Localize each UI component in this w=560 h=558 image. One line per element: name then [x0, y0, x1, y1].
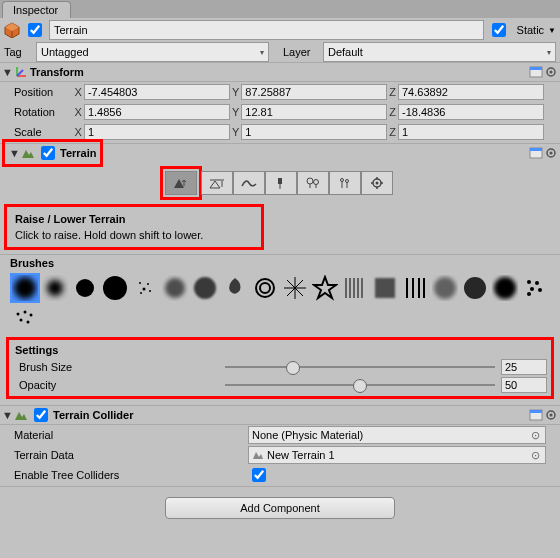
- tab-inspector[interactable]: Inspector: [2, 1, 71, 18]
- terrain-collider-icon: [14, 408, 28, 422]
- enable-tree-colliders-checkbox[interactable]: [252, 468, 266, 482]
- brush-item[interactable]: [250, 273, 280, 303]
- gameobject-active-checkbox[interactable]: [28, 23, 42, 37]
- static-dropdown-icon[interactable]: ▼: [548, 26, 556, 35]
- svg-point-43: [149, 290, 151, 292]
- brush-item[interactable]: [40, 273, 70, 303]
- material-field[interactable]: None (Physic Material) ⊙: [248, 426, 546, 444]
- scale-x-input[interactable]: [84, 124, 230, 140]
- svg-point-44: [140, 292, 142, 294]
- tool-paint-texture[interactable]: [265, 171, 297, 195]
- svg-rect-59: [375, 278, 395, 298]
- tool-paint-details[interactable]: [329, 171, 361, 195]
- opacity-slider[interactable]: [225, 384, 495, 386]
- opacity-input[interactable]: [501, 377, 547, 393]
- gameobject-name-input[interactable]: [49, 20, 484, 40]
- rotation-x-input[interactable]: [84, 104, 230, 120]
- brush-item[interactable]: [490, 273, 520, 303]
- brush-item[interactable]: [460, 273, 490, 303]
- collider-enabled-checkbox[interactable]: [34, 408, 48, 422]
- brush-item[interactable]: [190, 273, 220, 303]
- svg-point-70: [538, 288, 542, 292]
- terrain-foldout-icon[interactable]: ▼: [9, 147, 19, 159]
- tool-paint-height[interactable]: [201, 171, 233, 195]
- svg-point-40: [139, 282, 141, 284]
- object-picker-icon[interactable]: ⊙: [528, 429, 542, 442]
- brush-size-input[interactable]: [501, 359, 547, 375]
- svg-point-24: [314, 180, 319, 185]
- terrain-title: Terrain: [60, 147, 96, 159]
- rotation-z-input[interactable]: [398, 104, 544, 120]
- settings-label: Settings: [13, 342, 547, 358]
- collider-foldout-icon[interactable]: ▼: [2, 409, 12, 421]
- svg-point-73: [24, 311, 27, 314]
- svg-rect-79: [530, 410, 542, 413]
- transform-help-icon[interactable]: [529, 65, 543, 79]
- brush-item[interactable]: [130, 273, 160, 303]
- brush-item[interactable]: [310, 273, 340, 303]
- svg-marker-17: [210, 181, 220, 188]
- svg-point-47: [256, 279, 274, 297]
- svg-marker-53: [314, 277, 336, 298]
- add-component-button[interactable]: Add Component: [165, 497, 395, 519]
- svg-point-72: [17, 313, 20, 316]
- position-label: Position: [14, 86, 73, 98]
- material-label: Material: [14, 429, 244, 441]
- terrain-icon: [21, 146, 35, 160]
- svg-point-42: [143, 288, 146, 291]
- tool-terrain-settings[interactable]: [361, 171, 393, 195]
- brush-grid: [0, 271, 560, 335]
- static-checkbox[interactable]: [492, 23, 506, 37]
- transform-gear-icon[interactable]: [544, 65, 558, 79]
- terrain-enabled-checkbox[interactable]: [41, 146, 55, 160]
- svg-point-74: [30, 314, 33, 317]
- tool-raise-lower[interactable]: [165, 171, 197, 195]
- brush-item[interactable]: [280, 273, 310, 303]
- object-picker-icon[interactable]: ⊙: [528, 449, 542, 462]
- position-y-input[interactable]: [241, 84, 387, 100]
- tool-smooth-height[interactable]: [233, 171, 265, 195]
- highlight-raise-lower-tool: [160, 166, 202, 200]
- brush-item[interactable]: [10, 273, 40, 303]
- collider-gear-icon[interactable]: [544, 408, 558, 422]
- brush-item[interactable]: [220, 273, 250, 303]
- scale-z-input[interactable]: [398, 124, 544, 140]
- brush-item[interactable]: [160, 273, 190, 303]
- svg-point-68: [535, 281, 539, 285]
- svg-point-46: [194, 277, 216, 299]
- rotation-y-input[interactable]: [241, 104, 387, 120]
- scale-label: Scale: [14, 126, 73, 138]
- terrain-data-field[interactable]: New Terrain 1 ⊙: [248, 446, 546, 464]
- terrain-gear-icon[interactable]: [544, 146, 558, 160]
- brush-size-label: Brush Size: [13, 361, 219, 373]
- brush-item[interactable]: [100, 273, 130, 303]
- brush-item[interactable]: [520, 273, 550, 303]
- layer-dropdown[interactable]: Default▾: [323, 42, 556, 62]
- brush-item[interactable]: [430, 273, 460, 303]
- svg-point-22: [307, 178, 313, 184]
- svg-point-75: [20, 319, 23, 322]
- position-x-input[interactable]: [84, 84, 230, 100]
- collider-help-icon[interactable]: [529, 408, 543, 422]
- tag-label: Tag: [4, 46, 30, 58]
- position-z-input[interactable]: [398, 84, 544, 100]
- axis-y-label: Y: [232, 86, 239, 98]
- highlight-settings: Settings Brush Size Opacity: [6, 337, 554, 399]
- tool-place-trees[interactable]: [297, 171, 329, 195]
- transform-foldout-icon[interactable]: ▼: [2, 66, 12, 78]
- scale-y-input[interactable]: [241, 124, 387, 140]
- brush-item[interactable]: [400, 273, 430, 303]
- terrain-help-icon[interactable]: [529, 146, 543, 160]
- brush-item[interactable]: [340, 273, 370, 303]
- layer-value: Default: [328, 46, 363, 58]
- tag-dropdown[interactable]: Untagged▾: [36, 42, 269, 62]
- axis-x-label: X: [75, 86, 82, 98]
- terrain-data-label: Terrain Data: [14, 449, 244, 461]
- svg-marker-15: [174, 179, 184, 188]
- brush-item[interactable]: [370, 273, 400, 303]
- tool-hint-body: Click to raise. Hold down shift to lower…: [15, 229, 253, 241]
- highlight-tool-hint: Raise / Lower Terrain Click to raise. Ho…: [4, 204, 264, 250]
- brush-item[interactable]: [70, 273, 100, 303]
- brush-size-slider[interactable]: [225, 366, 495, 368]
- brush-item[interactable]: [10, 303, 40, 333]
